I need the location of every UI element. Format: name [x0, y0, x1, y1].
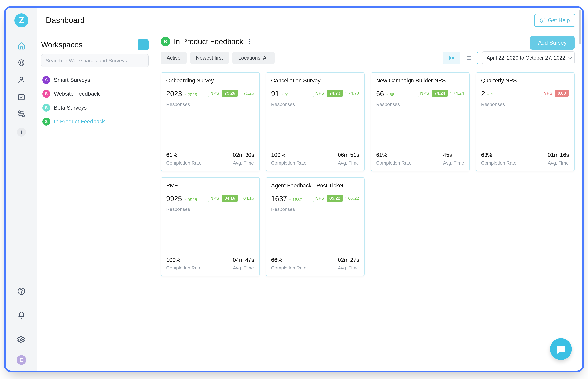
completion-value: 66% [271, 257, 307, 263]
sidebar-item-smart-surveys[interactable]: SSmart Surveys [41, 74, 148, 86]
svg-point-4 [22, 62, 23, 62]
filter-status[interactable]: Active [161, 52, 187, 64]
avgtime-value: 06m 51s [338, 152, 359, 158]
svg-rect-14 [449, 58, 451, 60]
avgtime-label: Avg. Time [548, 160, 569, 166]
logo-cell: Z [6, 8, 37, 33]
nps-delta: ↑ 84.16 [240, 196, 254, 201]
add-survey-button[interactable]: Add Survey [530, 36, 574, 49]
avgtime-label: Avg. Time [338, 265, 359, 271]
get-help-label: Get Help [548, 17, 570, 24]
svg-point-11 [20, 339, 22, 341]
nps-value: 85.22 [327, 195, 343, 202]
card-title: Cancellation Survey [271, 78, 359, 84]
completion-value: 61% [166, 152, 202, 158]
sidebar-item-beta-surveys[interactable]: SBeta Surveys [41, 102, 148, 114]
avgtime-value: 02m 27s [338, 257, 359, 263]
nps-delta: ↑ 85.22 [345, 196, 359, 201]
card-title: Agent Feedback - Post Ticket [271, 182, 359, 189]
header-bar: Z Dashboard Get Help [6, 8, 582, 33]
filter-row: Active Newest first Locations: All April… [161, 51, 574, 64]
chat-fab[interactable] [550, 338, 572, 360]
survey-card[interactable]: Quarterly NPS2↑ 2ResponsesNPS0.0063%Comp… [476, 72, 575, 171]
completion-value: 63% [481, 152, 516, 158]
responses-value: 91 [271, 90, 279, 98]
workspaces-title: Workspaces [41, 41, 82, 49]
responses-delta: ↑ 2 [487, 92, 493, 97]
get-help-button[interactable]: Get Help [534, 14, 575, 27]
responses-label: Responses [271, 102, 295, 107]
filter-locations[interactable]: Locations: All [233, 52, 275, 64]
responses-label: Responses [481, 102, 505, 107]
nav-contacts-icon[interactable] [16, 75, 26, 85]
nps-value: 74.24 [431, 90, 448, 97]
responses-value: 9925 [166, 195, 182, 203]
survey-card[interactable]: PMF9925↑ 9925ResponsesNPS84.16↑ 84.16100… [161, 177, 260, 276]
survey-card[interactable]: Agent Feedback - Post Ticket1637↑ 1637Re… [266, 177, 365, 276]
svg-rect-12 [449, 56, 451, 57]
date-range-picker[interactable]: April 22, 2020 to October 27, 2022 [482, 51, 575, 64]
app-logo[interactable]: Z [15, 14, 28, 27]
help-icon [540, 17, 546, 23]
nav-help-icon[interactable] [16, 286, 26, 296]
nps-value: 84.16 [221, 195, 238, 202]
svg-point-5 [20, 77, 23, 80]
nps-label: NPS [208, 90, 221, 97]
nav-feedback-icon[interactable] [16, 58, 26, 68]
responses-value: 2023 [166, 90, 182, 98]
nps-label: NPS [418, 90, 431, 97]
completion-value: 61% [376, 152, 412, 158]
workspace-dot: S [42, 118, 50, 126]
user-avatar[interactable]: E [17, 355, 26, 365]
responses-delta: ↑ 2023 [184, 92, 197, 97]
responses-label: Responses [166, 206, 197, 212]
main-area: S In Product Feedback ⋮ Add Survey Activ… [154, 33, 582, 371]
responses-label: Responses [166, 102, 197, 107]
nav-calendar-icon[interactable] [16, 92, 26, 102]
avgtime-label: Avg. Time [233, 265, 254, 271]
nps-delta: ↑ 75.26 [240, 91, 254, 96]
nps-label: NPS [313, 90, 327, 97]
avgtime-value: 04m 47s [233, 257, 254, 263]
search-input[interactable] [41, 54, 148, 67]
completion-label: Completion Rate [271, 160, 307, 166]
survey-card[interactable]: Cancellation Survey91↑ 91ResponsesNPS74.… [266, 72, 365, 171]
nps-label: NPS [208, 195, 221, 202]
nps-delta: ↑ 74.24 [450, 91, 464, 96]
survey-card[interactable]: New Campaign Builder NPS66↑ 66ResponsesN… [370, 72, 470, 171]
list-view-button[interactable] [460, 52, 478, 64]
responses-delta: ↑ 1637 [289, 197, 302, 202]
add-workspace-button[interactable]: + [137, 39, 148, 50]
card-title: New Campaign Builder NPS [376, 78, 464, 84]
completion-label: Completion Rate [481, 160, 516, 166]
nav-home-icon[interactable] [16, 41, 26, 51]
nav-settings-icon[interactable] [16, 335, 26, 345]
nps-value: 74.73 [327, 90, 343, 97]
responses-delta: ↑ 91 [281, 92, 289, 97]
nps-value: 75.26 [221, 90, 238, 97]
svg-point-10 [21, 293, 22, 293]
nav-notifications-icon[interactable] [16, 311, 26, 320]
list-icon [466, 55, 472, 61]
workspace-dot: S [42, 104, 50, 112]
svg-rect-15 [452, 58, 454, 60]
nav-workflows-icon[interactable] [16, 109, 26, 119]
grid-view-button[interactable] [443, 52, 460, 64]
svg-point-7 [18, 111, 20, 113]
sidebar-item-in-product-feedback[interactable]: SIn Product Feedback [41, 116, 148, 127]
workspace-dot: S [42, 76, 50, 84]
svg-point-8 [22, 115, 24, 117]
sidebar-item-label: Website Feedback [54, 91, 100, 97]
sidebar-item-website-feedback[interactable]: SWebsite Feedback [41, 88, 148, 100]
card-title: Onboarding Survey [166, 78, 254, 84]
filter-sort[interactable]: Newest first [190, 52, 229, 64]
nav-add-button[interactable]: + [17, 127, 26, 137]
view-toggle [442, 52, 478, 64]
grid-icon [449, 55, 455, 61]
svg-point-3 [20, 62, 21, 62]
survey-card[interactable]: Onboarding Survey2023↑ 2023ResponsesNPS7… [161, 72, 260, 171]
kebab-menu-icon[interactable]: ⋮ [247, 39, 253, 45]
workspace-title: In Product Feedback [174, 37, 243, 46]
avgtime-value: 01m 16s [548, 152, 569, 158]
completion-label: Completion Rate [376, 160, 412, 166]
